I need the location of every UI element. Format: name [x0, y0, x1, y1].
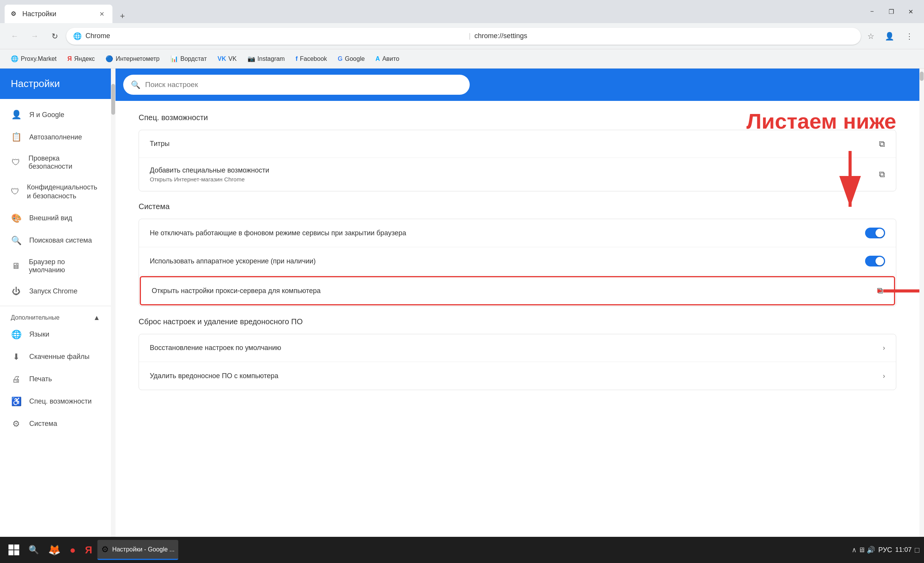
tray-volume-icon[interactable]: 🔊 — [867, 546, 875, 554]
sidebar-item-system[interactable]: ⚙ Система — [0, 413, 111, 435]
bookmark-google[interactable]: G Google — [333, 53, 369, 65]
bookmark-button[interactable]: ☆ — [864, 29, 878, 43]
bookmark-proxy-market[interactable]: 🌐 Proxy.Market — [6, 53, 61, 65]
taskbar-search[interactable]: 🔍 — [25, 540, 43, 560]
active-tab[interactable]: ⚙ Настройки ✕ — [5, 5, 112, 23]
settings-content-area: 🔍 Листаем ниже — [116, 69, 924, 537]
google-icon: G — [338, 55, 342, 62]
window-controls: − ❐ ✕ — [863, 5, 919, 18]
show-desktop-button[interactable]: □ — [915, 546, 919, 555]
remove-malware-title: Удалить вредоносное ПО с компьютера — [150, 372, 875, 380]
profile-button[interactable]: 👤 — [881, 28, 898, 45]
accessibility-icon: ♿ — [11, 397, 22, 407]
sidebar-item-languages[interactable]: 🌐 Языки — [0, 323, 111, 346]
sidebar-item-security[interactable]: 🛡 Проверка безопасности — [0, 148, 111, 177]
settings-search-box[interactable]: 🔍 — [123, 75, 470, 95]
bookmark-wordstat[interactable]: 📊 Вордстат — [166, 53, 211, 65]
restore-defaults-action[interactable]: › — [883, 344, 885, 352]
taskbar-firefox[interactable]: 🦊 — [44, 540, 64, 560]
title-bar: ⚙ Настройки ✕ + − ❐ ✕ — [0, 0, 924, 23]
bookmark-vk[interactable]: VK VK — [213, 53, 241, 65]
sidebar-item-startup[interactable]: ⏻ Запуск Chrome — [0, 280, 111, 303]
sidebar-item-search[interactable]: 🔍 Поисковая система — [0, 230, 111, 252]
hardware-acceleration-toggle-wrapper[interactable] — [865, 256, 885, 266]
restore-defaults-row[interactable]: Восстановление настроек по умолчанию › — [139, 334, 896, 362]
background-services-row[interactable]: Не отключать работающие в фоновом режиме… — [139, 219, 896, 247]
close-button[interactable]: ✕ — [902, 5, 919, 18]
background-services-toggle-wrapper[interactable] — [865, 228, 885, 238]
bookmark-facebook[interactable]: f Facebook — [291, 53, 332, 65]
address-brand: Chrome — [85, 32, 465, 40]
settings-sidebar: Настройки 👤 Я и Google 📋 Автозаполнение … — [0, 69, 116, 537]
address-bar[interactable]: 🌐 Chrome | chrome://settings — [66, 28, 861, 45]
sidebar-item-downloads[interactable]: ⬇ Скаченные файлы — [0, 346, 111, 368]
restore-defaults-arrow-icon: › — [883, 344, 885, 352]
sidebar-advanced-section[interactable]: Дополнительные ▲ — [0, 309, 111, 323]
reload-button[interactable]: ↻ — [46, 28, 63, 45]
facebook-icon: f — [296, 55, 298, 62]
captions-external-icon: ⧉ — [879, 139, 885, 149]
sidebar-item-print[interactable]: 🖨 Печать — [0, 368, 111, 390]
sidebar-item-accessibility[interactable]: ♿ Спец. возможности — [0, 390, 111, 413]
start-button[interactable] — [5, 540, 23, 560]
tab-close-button[interactable]: ✕ — [97, 9, 106, 18]
sidebar-item-appearance[interactable]: 🎨 Внешний вид — [0, 207, 111, 230]
add-accessibility-action[interactable]: ⧉ — [879, 169, 885, 179]
remove-malware-text: Удалить вредоносное ПО с компьютера — [150, 372, 875, 380]
bookmark-facebook-label: Facebook — [300, 55, 327, 62]
advanced-chevron-icon: ▲ — [93, 314, 100, 322]
vk-icon: VK — [218, 55, 226, 62]
captions-row[interactable]: Титры ⧉ — [139, 130, 896, 158]
add-accessibility-external-icon: ⧉ — [879, 169, 885, 179]
proxy-settings-title: Открыть настройки прокси-сервера для ком… — [152, 287, 869, 295]
taskbar-chrome-active[interactable]: ⚙ Настройки - Google ... — [97, 540, 178, 560]
maximize-button[interactable]: ❐ — [882, 5, 900, 18]
sidebar-item-languages-label: Языки — [29, 330, 49, 338]
add-accessibility-row[interactable]: Добавить специальные возможности Открыть… — [139, 158, 896, 191]
remove-malware-row[interactable]: Удалить вредоносное ПО с компьютера › — [139, 362, 896, 390]
taskbar-search-icon: 🔍 — [28, 545, 39, 555]
minimize-button[interactable]: − — [863, 5, 881, 18]
downloads-icon: ⬇ — [11, 352, 22, 362]
menu-button[interactable]: ⋮ — [901, 28, 918, 45]
reset-card: Восстановление настроек по умолчанию › У… — [139, 334, 896, 390]
sidebar-item-default-browser[interactable]: 🖥 Браузер по умолчанию — [0, 252, 111, 280]
taskbar-language-indicator[interactable]: РУС — [878, 546, 892, 554]
bookmark-google-label: Google — [345, 55, 365, 62]
sidebar-item-me-google[interactable]: 👤 Я и Google — [0, 104, 111, 126]
proxy-settings-row[interactable]: Открыть настройки прокси-сервера для ком… — [140, 276, 895, 305]
settings-scrollbar[interactable] — [919, 69, 924, 537]
sidebar-item-privacy[interactable]: 🛡 Конфиденциальность и безопасность — [0, 177, 111, 207]
tray-arrow-icon[interactable]: ∧ — [852, 546, 857, 554]
settings-search-input[interactable] — [145, 80, 462, 89]
system-card: Не отключать работающие в фоновом режиме… — [139, 219, 896, 307]
yandex-icon: Я — [67, 55, 72, 62]
address-url: chrome://settings — [474, 32, 854, 40]
tray-network-icon[interactable]: 🖥 — [858, 546, 865, 554]
sidebar-item-downloads-label: Скаченные файлы — [29, 353, 89, 361]
remove-malware-action[interactable]: › — [883, 372, 885, 380]
bookmark-instagram-label: Instagram — [258, 55, 285, 62]
background-services-title: Не отключать работающие в фоновом режиме… — [150, 229, 857, 237]
forward-button[interactable]: → — [26, 28, 43, 45]
new-tab-button[interactable]: + — [116, 9, 129, 23]
taskbar-app2[interactable]: ● — [66, 540, 80, 560]
proxy-settings-action[interactable]: ⧉ — [877, 286, 883, 296]
hardware-acceleration-row[interactable]: Использовать аппаратное ускорение (при н… — [139, 247, 896, 275]
tab-title: Настройки — [22, 10, 93, 18]
captions-action[interactable]: ⧉ — [879, 139, 885, 149]
taskbar-yandex[interactable]: Я — [81, 540, 96, 560]
hardware-acceleration-toggle[interactable] — [865, 256, 885, 266]
bookmark-internetometer[interactable]: 🔵 Интернетометр — [101, 53, 164, 65]
bookmark-instagram[interactable]: 📷 Instagram — [243, 53, 290, 65]
background-services-toggle[interactable] — [865, 228, 885, 238]
bookmark-yandex[interactable]: Я Яндекс — [63, 53, 99, 65]
proxy-row-container: Открыть настройки прокси-сервера для ком… — [139, 276, 896, 305]
sidebar-scrollbar[interactable] — [111, 69, 116, 537]
sidebar-item-security-label: Проверка безопасности — [28, 154, 100, 171]
tray-icons: ∧ 🖥 🔊 — [852, 546, 875, 554]
back-button[interactable]: ← — [6, 28, 23, 45]
bookmark-avito[interactable]: А Авито — [371, 53, 404, 65]
hardware-acceleration-toggle-knob — [875, 257, 884, 265]
sidebar-item-autofill[interactable]: 📋 Автозаполнение — [0, 126, 111, 148]
